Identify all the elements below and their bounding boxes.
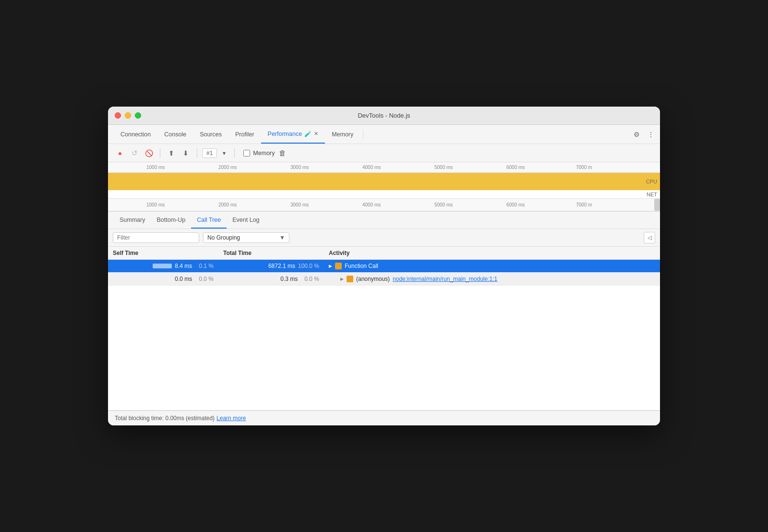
tick-1000: 1000 ms	[146, 165, 165, 170]
tab-sources[interactable]: Sources	[193, 125, 228, 144]
tick2-4000: 4000 ms	[362, 202, 381, 207]
toolbar-sep-2	[197, 148, 197, 158]
table-row[interactable]: 0.0 ms 0.0 % 0.3 ms 0.0 % ▶	[108, 273, 660, 286]
learn-more-link[interactable]: Learn more	[216, 415, 246, 422]
activity-name-2: (anonymous)	[356, 276, 390, 282]
data-table-container: Self Time Total Time Activity 8.4 ms 0.1…	[108, 247, 660, 286]
tick2-6000: 6000 ms	[506, 202, 525, 207]
flask-icon: 🧪	[304, 131, 312, 137]
table-header-row: Self Time Total Time Activity	[108, 247, 660, 260]
filter-bar: No Grouping ▼ ◁	[108, 229, 660, 247]
session-dropdown[interactable]: ▾	[219, 148, 229, 158]
net-bar: NET	[108, 190, 660, 199]
expand-arrow-1[interactable]: ▶	[329, 264, 332, 268]
timeline-area: 1000 ms 2000 ms 3000 ms 4000 ms 5000 ms …	[108, 162, 660, 212]
total-time-val-2: 0.3 ms	[280, 276, 298, 282]
col-header-self-time: Self Time	[108, 247, 218, 260]
total-time-val-1: 6872.1 ms	[268, 263, 295, 269]
close-tab-icon[interactable]: ✕	[314, 131, 318, 137]
cell-self-time-2: 0.0 ms 0.0 %	[108, 273, 218, 286]
tab-performance[interactable]: Performance 🧪 ✕	[261, 125, 325, 144]
net-label: NET	[647, 192, 657, 197]
tick-7000: 7000 m	[576, 165, 592, 170]
tick-5000: 5000 ms	[434, 165, 453, 170]
empty-content-area	[108, 286, 660, 411]
devtools-window: DevTools - Node.js Connection Console So…	[108, 107, 660, 425]
self-percent-val-1: 0.1 %	[199, 263, 214, 269]
window-title: DevTools - Node.js	[358, 112, 410, 119]
cell-activity-2: ▶ (anonymous) node:internal/main/run_mai…	[324, 273, 660, 286]
self-time-bar-1	[153, 264, 172, 268]
status-text: Total blocking time: 0.00ms (estimated)	[115, 415, 215, 422]
self-percent-val-2: 0.0 %	[199, 276, 214, 282]
session-label: #1	[202, 148, 217, 158]
toolbar-sep-3	[234, 148, 235, 158]
more-icon[interactable]: ⋮	[648, 131, 654, 138]
tick2-7000: 7000 m	[576, 202, 592, 207]
cell-self-time-1: 8.4 ms 0.1 %	[108, 260, 218, 273]
filter-input[interactable]	[113, 232, 199, 243]
status-bar: Total blocking time: 0.00ms (estimated) …	[108, 411, 660, 425]
activity-name-1: Function Call	[345, 263, 378, 269]
tick-3000: 3000 ms	[290, 165, 309, 170]
grouping-select[interactable]: No Grouping ▼	[203, 232, 289, 243]
download-button[interactable]: ⬇	[180, 147, 192, 159]
tab-profiler[interactable]: Profiler	[228, 125, 261, 144]
tick2-1000: 1000 ms	[146, 202, 165, 207]
tick2-5000: 5000 ms	[434, 202, 453, 207]
record-button[interactable]: ●	[114, 147, 126, 159]
clear-button[interactable]: 🚫	[143, 147, 155, 159]
tab-bottom-up[interactable]: Bottom-Up	[151, 212, 191, 229]
self-time-val-2: 0.0 ms	[175, 276, 192, 282]
settings-icon[interactable]: ⚙	[634, 131, 640, 138]
timeline-ruler-bottom: 1000 ms 2000 ms 3000 ms 4000 ms 5000 ms …	[108, 199, 660, 211]
total-percent-val-2: 0.0 %	[304, 276, 319, 282]
data-table: Self Time Total Time Activity 8.4 ms 0.1…	[108, 247, 660, 286]
tab-memory[interactable]: Memory	[325, 125, 360, 144]
col-header-activity: Activity	[324, 247, 660, 260]
expand-arrow-2[interactable]: ▶	[340, 277, 344, 281]
cell-total-time-1: 6872.1 ms 100.0 %	[218, 260, 324, 273]
toolbar: ● ↺ 🚫 ⬆ ⬇ #1 ▾ Memory 🗑	[108, 144, 660, 162]
tab-console[interactable]: Console	[157, 125, 193, 144]
tab-bar: Connection Console Sources Profiler Perf…	[108, 125, 660, 144]
grouping-arrow-icon: ▼	[279, 234, 285, 241]
maximize-button[interactable]	[135, 112, 141, 119]
tab-connection[interactable]: Connection	[114, 125, 157, 144]
timeline-scrollbar[interactable]	[654, 199, 660, 211]
title-bar: DevTools - Node.js	[108, 107, 660, 125]
cpu-label: CPU	[646, 179, 657, 184]
cell-total-time-2: 0.3 ms 0.0 %	[218, 273, 324, 286]
tick2-2000: 2000 ms	[218, 202, 237, 207]
folder-icon-1	[335, 263, 342, 269]
traffic-lights	[115, 112, 141, 119]
folder-icon-2	[347, 276, 353, 282]
bottom-tabs: Summary Bottom-Up Call Tree Event Log	[108, 212, 660, 229]
tab-summary[interactable]: Summary	[114, 212, 151, 229]
tab-icons: ⚙ ⋮	[634, 131, 654, 138]
panel-toggle-button[interactable]: ◁	[644, 232, 655, 243]
memory-checkbox-area: Memory	[243, 150, 275, 157]
upload-button[interactable]: ⬆	[165, 147, 178, 159]
tick-6000: 6000 ms	[506, 165, 525, 170]
activity-link-2[interactable]: node:internal/main/run_main_module:1:1	[393, 276, 497, 282]
tick-4000: 4000 ms	[362, 165, 381, 170]
memory-checkbox-label: Memory	[253, 150, 275, 157]
table-row[interactable]: 8.4 ms 0.1 % 6872.1 ms 100.0 % ▶	[108, 260, 660, 273]
tick-2000: 2000 ms	[218, 165, 237, 170]
total-percent-val-1: 100.0 %	[298, 263, 319, 269]
timeline-ruler-top: 1000 ms 2000 ms 3000 ms 4000 ms 5000 ms …	[108, 162, 660, 173]
trash-icon[interactable]: 🗑	[279, 149, 286, 157]
tab-call-tree[interactable]: Call Tree	[191, 212, 227, 229]
cell-activity-1: ▶ Function Call	[324, 260, 660, 273]
cpu-bar: CPU	[108, 173, 660, 190]
close-button[interactable]	[115, 112, 121, 119]
minimize-button[interactable]	[125, 112, 131, 119]
toolbar-sep-1	[160, 148, 160, 158]
memory-checkbox[interactable]	[243, 150, 250, 157]
self-time-val-1: 8.4 ms	[175, 263, 192, 269]
col-header-total-time: Total Time	[218, 247, 324, 260]
refresh-button[interactable]: ↺	[128, 147, 141, 159]
tick2-3000: 3000 ms	[290, 202, 309, 207]
tab-event-log[interactable]: Event Log	[227, 212, 265, 229]
